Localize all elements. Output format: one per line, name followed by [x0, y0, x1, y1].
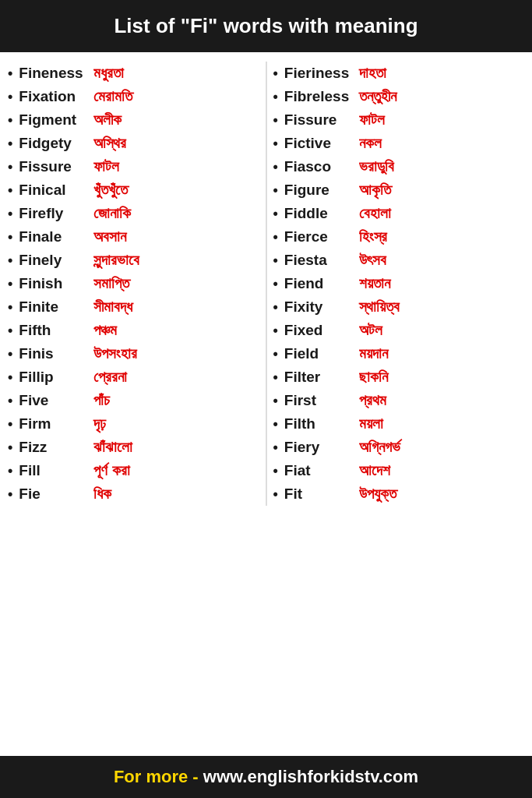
list-item: • Fixed অটল [273, 319, 525, 342]
list-item: • Fit উপযুক্ত [273, 482, 525, 506]
bullet: • [8, 323, 12, 339]
bengali-meaning: সমাপ্তি [93, 275, 259, 292]
page-wrapper: List of "Fi" words with meaning • Finene… [0, 0, 532, 798]
english-word: Fie [19, 486, 89, 503]
column-divider [266, 62, 267, 506]
left-column: • Fineness মধুরতা • Fixation মেরামতি • F… [8, 62, 259, 506]
content-wrapper: • Fineness মধুরতা • Fixation মেরামতি • F… [0, 52, 532, 756]
english-word: Fixed [284, 322, 354, 339]
english-word: Fissure [19, 158, 89, 175]
list-item: • First প্রথম [273, 389, 525, 412]
list-item: • Finale অবসান [8, 225, 259, 249]
bullet: • [273, 299, 278, 316]
bengali-meaning: ফাটল [359, 111, 524, 129]
bullet: • [8, 346, 12, 362]
english-word: Finale [19, 228, 89, 245]
bullet: • [8, 206, 12, 222]
bullet: • [273, 346, 278, 362]
english-word: Fissure [284, 111, 354, 129]
english-word: Fill [19, 462, 89, 479]
english-word: Firefly [19, 205, 89, 222]
english-word: Finely [19, 252, 89, 269]
bullet: • [273, 252, 278, 269]
list-item: • Fiery অগ্নিগর্ভ [273, 436, 525, 459]
english-word: Fizz [19, 439, 89, 456]
bengali-meaning: উপযুক্ত [359, 486, 524, 503]
list-item: • Fiend শয়তান [273, 272, 525, 295]
bullet: • [8, 276, 12, 292]
english-word: Field [284, 345, 354, 362]
list-item: • Fill পূর্ণ করা [8, 459, 259, 482]
bengali-meaning: জোনাকি [93, 205, 259, 222]
bullet: • [273, 206, 278, 222]
bullet: • [8, 486, 12, 503]
bengali-meaning: মধুরতা [93, 65, 259, 82]
page-header: List of "Fi" words with meaning [0, 0, 532, 52]
bengali-meaning: প্রেরনা [93, 369, 259, 386]
bengali-meaning: অস্থির [93, 135, 259, 152]
bullet: • [8, 463, 12, 479]
bengali-meaning: সীমাবদ্ধ [93, 298, 259, 316]
list-item: • Fissure ফাটল [273, 108, 525, 132]
bullet: • [8, 65, 12, 82]
list-item: • Fie ধিক [8, 482, 259, 506]
list-item: • Fiasco ভরাডুবি [273, 155, 525, 178]
bullet: • [273, 65, 278, 82]
english-word: Fixity [284, 298, 354, 316]
english-word: Fiesta [284, 252, 354, 269]
bullet: • [8, 440, 12, 456]
bullet: • [8, 112, 12, 129]
list-item: • Fierce হিংস্র [273, 225, 525, 249]
list-item: • Fixity স্থায়িত্ব [273, 295, 525, 319]
list-item: • Figure আকৃতি [273, 178, 525, 202]
bengali-meaning: পঞ্চম [93, 322, 259, 339]
english-word: Fineness [19, 65, 89, 82]
list-item: • Fiesta উৎসব [273, 249, 525, 272]
english-word: Figure [284, 182, 354, 199]
bullet: • [273, 463, 278, 479]
bengali-meaning: উপসংহার [93, 345, 259, 362]
english-word: Fierce [284, 228, 354, 245]
english-word: Five [19, 392, 89, 409]
bengali-meaning: ধিক [93, 486, 259, 503]
bullet: • [273, 112, 278, 129]
bullet: • [273, 323, 278, 339]
list-item: • Finical খুঁতখুঁতে [8, 178, 259, 202]
bullet: • [8, 299, 12, 316]
english-word: Finish [19, 275, 89, 292]
english-word: Fiasco [284, 158, 354, 175]
bengali-meaning: পাঁচ [93, 392, 259, 409]
english-word: First [284, 392, 354, 409]
english-word: Fiat [284, 462, 354, 479]
english-word: Fit [284, 486, 354, 503]
right-column: • Fieriness দাহতা • Fibreless তন্তুহীন •… [273, 62, 525, 506]
bullet: • [8, 416, 12, 433]
bengali-meaning: দৃঢ় [93, 415, 259, 433]
bengali-meaning: নকল [359, 135, 524, 152]
english-word: Firm [19, 415, 89, 433]
list-item: • Finite সীমাবদ্ধ [8, 295, 259, 319]
bengali-meaning: অটল [359, 322, 524, 339]
bengali-meaning: খুঁতখুঁতে [93, 182, 259, 199]
list-item: • Fictive নকল [273, 132, 525, 155]
english-word: Figment [19, 111, 89, 129]
bengali-meaning: ময়লা [359, 415, 524, 433]
bullet: • [8, 159, 12, 175]
english-word: Fidgety [19, 135, 89, 152]
english-word: Finis [19, 345, 89, 362]
list-item: • Finis উপসংহার [8, 342, 259, 365]
bullet: • [8, 182, 12, 199]
bengali-meaning: হিংস্র [359, 228, 524, 245]
bengali-meaning: ছাকনি [359, 369, 524, 386]
list-item: • Fissure ফাটল [8, 155, 259, 178]
list-item: • Firm দৃঢ় [8, 412, 259, 436]
bengali-meaning: ঝাঁঝালো [93, 439, 259, 456]
bengali-meaning: মেরামতি [93, 88, 259, 105]
bengali-meaning: অবসান [93, 228, 259, 245]
bengali-meaning: আকৃতি [359, 182, 524, 199]
list-item: • Fizz ঝাঁঝালো [8, 436, 259, 459]
bullet: • [273, 276, 278, 292]
list-item: • Fibreless তন্তুহীন [273, 85, 525, 108]
list-item: • Finely সুন্দারভাবে [8, 249, 259, 272]
bengali-meaning: ময়দান [359, 345, 524, 362]
